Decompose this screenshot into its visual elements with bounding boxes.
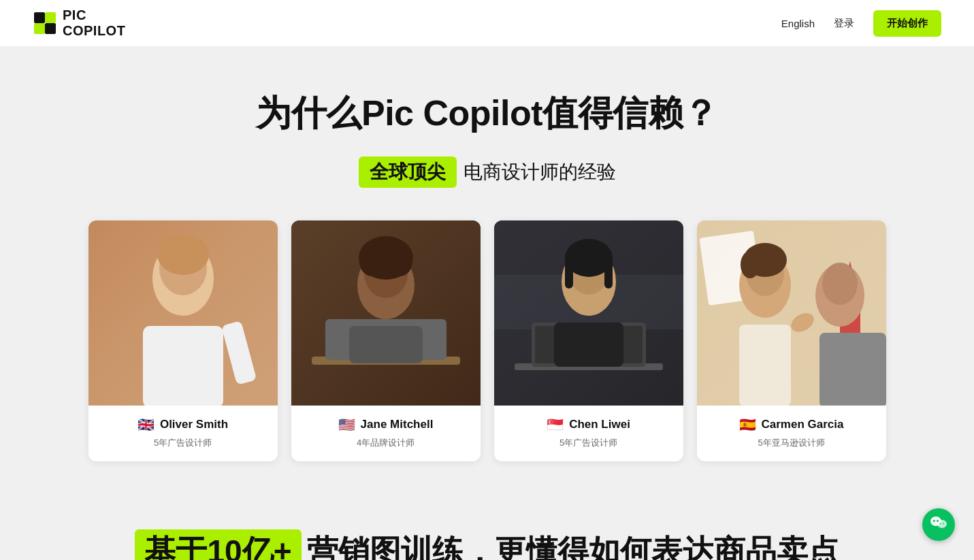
hero-title: 为什么Pic Copilot值得信赖？ — [0, 90, 974, 137]
svg-point-50 — [933, 520, 935, 522]
nav-right: English 登录 开始创作 — [781, 10, 941, 37]
login-button[interactable]: 登录 — [834, 17, 854, 30]
card-role-carmen: 5年亚马逊设计师 — [708, 437, 875, 449]
card-role-chen: 5年广告设计师 — [505, 437, 672, 449]
bottom-highlight: 基于10亿+ — [135, 529, 301, 560]
card-name-carmen: Carmen Garcia — [762, 418, 844, 431]
svg-rect-32 — [554, 323, 623, 367]
svg-point-19 — [388, 246, 412, 276]
svg-point-53 — [943, 523, 945, 525]
card-name-row-2: 🇺🇸 Jane Mitchell — [302, 416, 470, 433]
card-name-jane: Jane Mitchell — [361, 418, 434, 431]
person-silhouette-1 — [88, 220, 278, 406]
card-role-oliver: 5年广告设计师 — [99, 437, 267, 449]
bottom-text: 营销图训练，更懂得如何表达商品卖点 — [307, 531, 839, 560]
navbar: PICCOPILOT English 登录 开始创作 — [0, 0, 974, 46]
svg-point-18 — [359, 246, 384, 276]
person-silhouette-3 — [494, 220, 683, 406]
hero-section: 为什么Pic Copilot值得信赖？ 全球顶尖 电商设计师的经验 — [0, 46, 974, 494]
flag-uk: 🇬🇧 — [137, 416, 155, 433]
card-photo-3 — [494, 220, 683, 406]
card-oliver: 🇬🇧 Oliver Smith 5年广告设计师 — [88, 220, 278, 461]
svg-rect-0 — [34, 12, 45, 23]
card-name-row-1: 🇬🇧 Oliver Smith — [99, 416, 267, 433]
card-carmen: 🇪🇸 Carmen Garcia 5年亚马逊设计师 — [697, 220, 886, 461]
svg-point-52 — [939, 523, 941, 525]
card-photo-4 — [697, 220, 886, 406]
card-chen: 🇸🇬 Chen Liwei 5年广告设计师 — [494, 220, 683, 461]
wechat-float-button[interactable] — [922, 508, 955, 541]
logo-text: PICCOPILOT — [63, 7, 125, 39]
card-name-row-4: 🇪🇸 Carmen Garcia — [708, 416, 875, 433]
hero-subtitle: 全球顶尖 电商设计师的经验 — [0, 157, 974, 188]
svg-point-42 — [741, 251, 760, 278]
card-name-row-3: 🇸🇬 Chen Liwei — [505, 416, 672, 433]
person-silhouette-2 — [291, 220, 481, 406]
start-create-button[interactable]: 开始创作 — [873, 10, 941, 37]
card-photo-1 — [88, 220, 278, 406]
svg-rect-3 — [45, 23, 56, 34]
card-info-1: 🇬🇧 Oliver Smith 5年广告设计师 — [88, 406, 278, 461]
card-info-4: 🇪🇸 Carmen Garcia 5年亚马逊设计师 — [697, 406, 886, 461]
logo-icon — [33, 11, 57, 35]
svg-rect-1 — [45, 12, 56, 23]
svg-rect-46 — [819, 333, 886, 406]
cards-container: 🇬🇧 Oliver Smith 5年广告设计师 — [0, 220, 974, 461]
flag-sg: 🇸🇬 — [547, 416, 564, 433]
card-info-3: 🇸🇬 Chen Liwei 5年广告设计师 — [494, 406, 683, 461]
language-selector[interactable]: English — [781, 18, 815, 29]
card-jane: 🇺🇸 Jane Mitchell 4年品牌设计师 — [291, 220, 481, 461]
logo[interactable]: PICCOPILOT — [33, 7, 125, 39]
flag-es: 🇪🇸 — [739, 416, 756, 433]
wechat-icon — [929, 513, 948, 537]
svg-rect-9 — [143, 326, 223, 406]
svg-rect-30 — [565, 254, 573, 289]
hero-subtitle-text: 电商设计师的经验 — [464, 159, 616, 185]
svg-point-45 — [822, 263, 858, 305]
svg-point-8 — [157, 234, 209, 275]
flag-us: 🇺🇸 — [338, 416, 355, 433]
bottom-title: 基于10亿+ 营销图训练，更懂得如何表达商品卖点 — [44, 529, 930, 560]
bottom-section: 基于10亿+ 营销图训练，更懂得如何表达商品卖点 — [0, 494, 974, 560]
card-photo-2 — [291, 220, 481, 406]
svg-point-51 — [937, 520, 939, 522]
svg-point-49 — [937, 520, 947, 528]
svg-rect-2 — [34, 23, 45, 34]
svg-rect-31 — [604, 254, 613, 289]
highlight-badge: 全球顶尖 — [359, 157, 457, 188]
svg-rect-43 — [739, 325, 791, 406]
svg-rect-20 — [349, 326, 423, 363]
person-silhouette-4 — [697, 220, 886, 406]
card-role-jane: 4年品牌设计师 — [302, 437, 470, 449]
card-name-chen: Chen Liwei — [569, 418, 630, 431]
card-name-oliver: Oliver Smith — [160, 418, 228, 431]
card-info-2: 🇺🇸 Jane Mitchell 4年品牌设计师 — [291, 406, 481, 461]
